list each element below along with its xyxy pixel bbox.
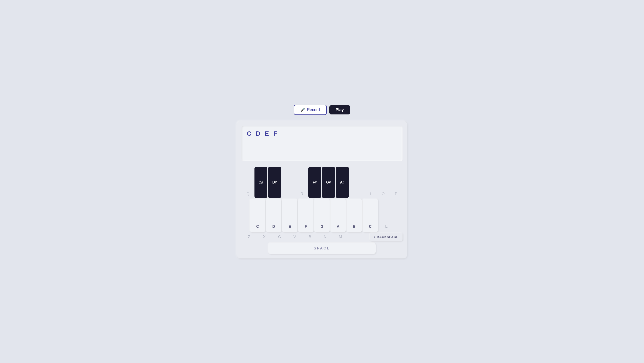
key-label-o: O (377, 192, 390, 198)
note-display: C D E F (242, 126, 402, 161)
white-key-e[interactable]: E (282, 199, 298, 232)
key-label-q: Q (242, 192, 254, 198)
key-label-m: M (333, 235, 348, 239)
key-label-r: R (296, 192, 308, 198)
white-key-c2[interactable]: C (363, 199, 378, 232)
key-label-n: N (318, 235, 333, 239)
mic-icon: 🎤 (300, 108, 305, 112)
record-button[interactable]: 🎤 Record (294, 105, 326, 115)
record-label: Record (307, 107, 320, 112)
top-controls: 🎤 Record Play (294, 105, 350, 115)
main-panel: C D E F Q C# D# R F# G# A# I O (237, 121, 407, 258)
black-key-dsharp[interactable]: D# (268, 167, 281, 198)
key-label-i: I (364, 192, 377, 198)
bottom-keys-row: Z X C V B N M ‹ BACKSPACE (242, 233, 402, 241)
key-label-b: B (302, 235, 318, 239)
note-display-text: C D E F (247, 130, 397, 137)
chevron-left-icon: ‹ (374, 235, 375, 239)
backspace-label: BACKSPACE (377, 235, 398, 239)
white-key-f[interactable]: F (298, 199, 314, 232)
white-key-c[interactable]: C (250, 199, 265, 232)
space-row: SPACE (242, 243, 402, 254)
key-label-p: P (390, 192, 402, 198)
white-key-a[interactable]: A (330, 199, 346, 232)
black-key-fsharp[interactable]: F# (308, 167, 321, 198)
black-key-csharp[interactable]: C# (254, 167, 268, 198)
white-key-l: L (379, 199, 394, 232)
key-label-v: V (287, 235, 302, 239)
space-button[interactable]: SPACE (268, 243, 376, 254)
key-label-c: C (272, 235, 287, 239)
key-label-z: Z (242, 235, 257, 239)
key-label-x: X (257, 235, 272, 239)
white-key-d[interactable]: D (266, 199, 281, 232)
piano-keyboard: Q C# D# R F# G# A# I O P C (242, 167, 402, 254)
white-key-g[interactable]: G (314, 199, 330, 232)
black-key-asharp[interactable]: A# (336, 167, 349, 198)
backspace-button[interactable]: ‹ BACKSPACE (370, 233, 402, 241)
black-key-gsharp[interactable]: G# (322, 167, 335, 198)
play-label: Play (336, 107, 344, 112)
play-button[interactable]: Play (330, 105, 350, 114)
white-keys-row: C D E F G A B C L (242, 199, 402, 232)
white-key-b[interactable]: B (346, 199, 362, 232)
space-label: SPACE (314, 246, 330, 250)
